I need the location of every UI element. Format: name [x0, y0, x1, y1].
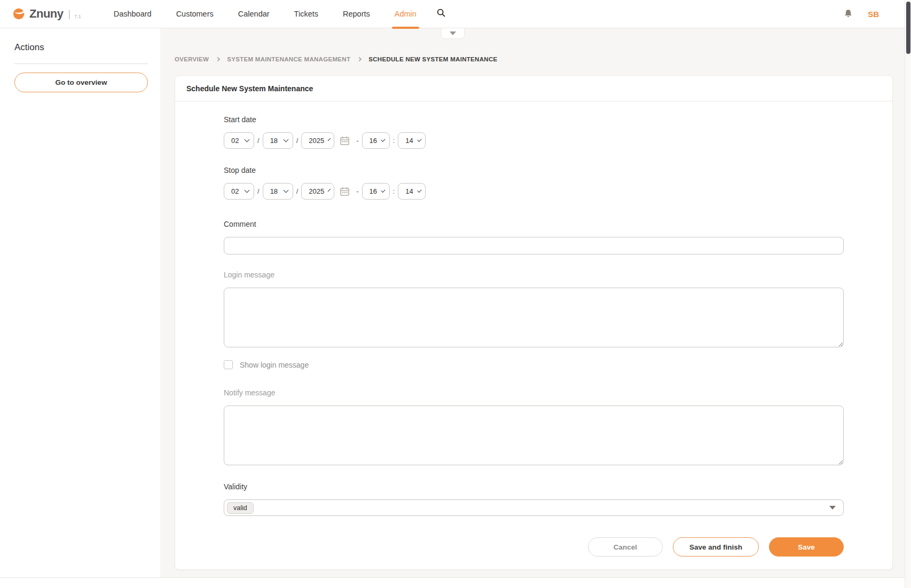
form-actions: Cancel Save and finish Save — [224, 537, 844, 557]
logo-text: Znuny — [29, 7, 64, 21]
chevron-down-icon — [245, 188, 250, 193]
toolbar-collapse-toggle[interactable] — [441, 28, 465, 39]
logo-separator: | — [68, 9, 71, 20]
chevron-down-icon — [283, 188, 288, 193]
calendar-icon[interactable] — [340, 136, 350, 146]
logo[interactable]: Znuny | 7.1 — [13, 7, 81, 21]
card-body: Start date 02 / 18 / 2025 — [175, 101, 892, 569]
date-separator: / — [254, 137, 263, 145]
logo-version: 7.1 — [74, 14, 81, 19]
start-date-row: 02 / 18 / 2025 — [224, 132, 844, 149]
content: Actions Go to overview OVERVIEW SYSTEM M… — [0, 28, 911, 577]
chevron-down-icon — [245, 137, 250, 142]
schedule-maintenance-card: Schedule New System Maintenance Start da… — [175, 75, 893, 570]
time-separator: : — [390, 137, 398, 145]
sidebar-divider — [14, 63, 148, 64]
znuny-logo-icon — [13, 7, 26, 20]
save-and-finish-button[interactable]: Save and finish — [673, 537, 759, 557]
breadcrumb-system-maintenance-management[interactable]: SYSTEM MAINTENANCE MANAGEMENT — [227, 56, 350, 62]
time-separator: : — [390, 187, 398, 195]
start-day-select[interactable]: 18 — [263, 132, 293, 149]
page-scrollbar[interactable] — [905, 0, 911, 588]
show-login-message-label: Show login message — [240, 361, 309, 369]
nav-item-admin[interactable]: Admin — [382, 0, 429, 28]
chevron-down-icon — [381, 137, 385, 141]
date-separator: / — [293, 187, 302, 195]
stop-month-select[interactable]: 02 — [224, 183, 254, 200]
stop-date-row: 02 / 18 / 2025 — [224, 183, 844, 200]
comment-label: Comment — [224, 220, 844, 228]
nav-item-customers[interactable]: Customers — [164, 0, 226, 28]
search-icon — [436, 8, 446, 20]
notify-message-label: Notify message — [224, 388, 844, 397]
login-message-label: Login message — [224, 271, 844, 279]
calendar-icon[interactable] — [340, 186, 350, 196]
chevron-down-icon — [283, 137, 288, 142]
validity-selected-chip[interactable]: valid — [227, 502, 254, 514]
start-date-label: Start date — [224, 115, 844, 124]
show-login-message-checkbox[interactable] — [224, 360, 233, 369]
chevron-down-icon — [381, 188, 385, 192]
start-month-select[interactable]: 02 — [224, 132, 254, 149]
user-avatar-initials[interactable]: SB — [868, 10, 879, 19]
comment-input[interactable] — [224, 237, 844, 255]
datetime-separator: - — [353, 187, 362, 195]
show-login-message-row: Show login message — [224, 360, 844, 369]
dropdown-arrow-icon — [829, 506, 836, 510]
nav-item-reports[interactable]: Reports — [331, 0, 382, 28]
chevron-down-icon — [328, 189, 331, 192]
datetime-separator: - — [353, 137, 362, 145]
notifications-bell-icon[interactable] — [843, 9, 854, 20]
start-year-select[interactable]: 2025 — [301, 132, 334, 149]
actions-sidebar: Actions Go to overview — [0, 28, 160, 577]
app-footer — [0, 577, 911, 588]
stop-minute-select[interactable]: 14 — [398, 183, 426, 200]
notify-message-textarea[interactable] — [224, 406, 844, 465]
card-header: Schedule New System Maintenance — [175, 76, 892, 101]
nav-item-tickets[interactable]: Tickets — [282, 0, 331, 28]
breadcrumb: OVERVIEW SYSTEM MAINTENANCE MANAGEMENT S… — [175, 56, 893, 62]
cancel-button[interactable]: Cancel — [588, 537, 663, 557]
sidebar-title: Actions — [14, 42, 147, 53]
main-nav: Dashboard Customers Calendar Tickets Rep… — [101, 0, 453, 28]
date-separator: / — [254, 187, 263, 195]
validity-label: Validity — [224, 482, 844, 491]
chevron-right-icon — [357, 57, 362, 61]
header-right: SB — [843, 9, 911, 20]
go-to-overview-button[interactable]: Go to overview — [14, 73, 148, 92]
breadcrumb-current-page: SCHEDULE NEW SYSTEM MAINTENANCE — [368, 56, 497, 62]
validity-select[interactable]: valid — [224, 499, 844, 516]
stop-date-label: Stop date — [224, 166, 844, 174]
stop-day-select[interactable]: 18 — [263, 183, 293, 200]
save-button[interactable]: Save — [769, 537, 844, 557]
stop-year-select[interactable]: 2025 — [301, 183, 334, 200]
main-area: OVERVIEW SYSTEM MAINTENANCE MANAGEMENT S… — [160, 28, 911, 577]
chevron-right-icon — [216, 57, 220, 61]
start-hour-select[interactable]: 16 — [362, 132, 390, 149]
chevron-down-icon — [417, 137, 421, 141]
chevron-down-icon — [417, 188, 421, 192]
app-header: Znuny | 7.1 Dashboard Customers Calendar… — [0, 0, 911, 28]
nav-item-calendar[interactable]: Calendar — [226, 0, 282, 28]
login-message-textarea[interactable] — [224, 288, 844, 347]
start-minute-select[interactable]: 14 — [398, 132, 426, 149]
chevron-down-icon — [328, 138, 331, 141]
card-title: Schedule New System Maintenance — [186, 84, 313, 93]
stop-hour-select[interactable]: 16 — [362, 183, 390, 200]
breadcrumb-overview[interactable]: OVERVIEW — [175, 56, 209, 62]
chevron-down-icon — [450, 31, 456, 35]
scrollbar-thumb[interactable] — [906, 2, 910, 54]
search-button[interactable] — [429, 0, 453, 28]
nav-item-dashboard[interactable]: Dashboard — [101, 0, 164, 28]
date-separator: / — [293, 137, 302, 145]
